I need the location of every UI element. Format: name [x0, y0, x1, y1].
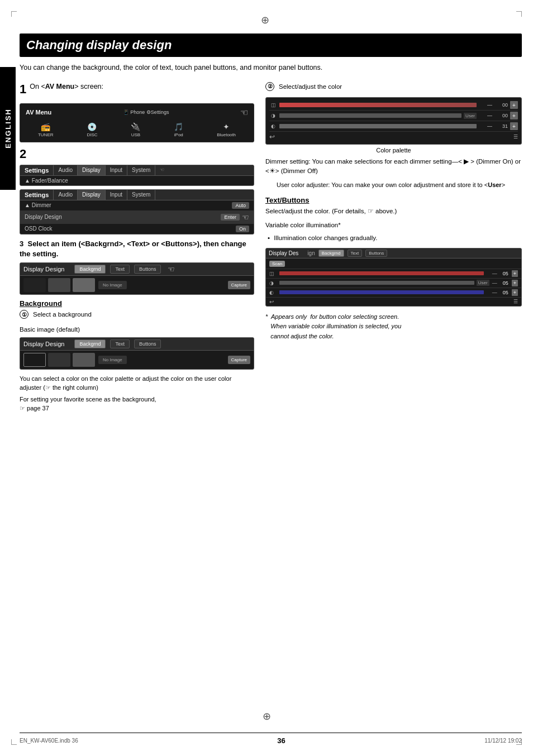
side-tab-text: ENGLISH [4, 108, 12, 149]
var-screen-header: Display Des ign Backgrnd Text Buttons [266, 248, 521, 259]
dd-tab-buttons-basic: Buttons [134, 339, 161, 348]
text-buttons-note: Select/adjust the color. (For details, ☞… [265, 207, 522, 216]
favorite-note: For setting your favorite scene as the b… [20, 395, 254, 413]
step1: 1 On <AV Menu> screen: [20, 82, 254, 100]
dd-body-step3: No Image Capture [20, 276, 254, 294]
var-plus1[interactable]: + [512, 270, 518, 277]
tab-display2: Display [78, 190, 106, 200]
corner-mark-tr [516, 11, 522, 17]
av-menu-phone: 📱 Phone ⚙Settings [123, 109, 169, 115]
corner-mark-bl [11, 739, 17, 745]
av-icon-ipod: 🎵 iPod [174, 122, 183, 137]
tab-input2: Input [106, 190, 127, 200]
dd-swatch-b2 [48, 353, 70, 367]
text-buttons-header: Text/Buttons [265, 196, 522, 204]
settings-tabs2: Settings Audio Display Input System [20, 190, 254, 200]
page-title: Changing display design [20, 34, 522, 57]
user-color-text: User color adjuster: You can make your o… [277, 181, 522, 189]
content-columns: 1 On <AV Menu> screen: AV Menu 📱 Phone ⚙… [20, 82, 522, 415]
tab-audio2: Audio [54, 190, 78, 200]
dd-screen-basic: Display Design Backgrnd Text Buttons No … [20, 337, 254, 370]
var-scan-row: Scan [266, 259, 521, 269]
dd-tab-text-step3: Text [110, 265, 130, 274]
right-step2-text: Select/adjust the color [279, 82, 342, 92]
basic-image-label: Basic image (default) [20, 325, 254, 334]
dd-capture: Capture [228, 281, 250, 289]
dd-header-step3: Display Design Backgrnd Text Buttons ☜ [20, 263, 254, 276]
dd-swatch-b1 [23, 353, 46, 367]
side-tab: ENGLISH [0, 67, 16, 190]
av-icon-tuner: 📻 TUNER [38, 122, 54, 137]
settings-screen1: Settings Audio Display Input System ☜ ▲ … [20, 165, 254, 186]
dd-tab-backgrnd-basic: Backgrnd [74, 339, 106, 348]
tab-audio1: Audio [54, 165, 78, 175]
touch-hand1: ☜ [158, 165, 166, 175]
palette-row3: ◐ — 31 + [269, 121, 518, 132]
av-icon-usb: 🔌 USB [131, 122, 140, 137]
palette-screen: ◫ — 00 + ◑ User — 00 + ◐ — [265, 97, 522, 145]
step3-text: 3 Select an item (<Backgrnd>, <Text> or … [20, 239, 254, 259]
dd-swatch-b3 [73, 353, 95, 367]
var-row3: ◐ — 05 + [266, 288, 521, 298]
palette-plus1[interactable]: + [510, 101, 518, 109]
av-menu-title: AV Menu [26, 109, 51, 116]
palette-bar1 [279, 103, 477, 107]
tab-system1: System [127, 165, 155, 175]
var-tab-backgrnd: Backgrnd [318, 250, 344, 257]
palette-plus2[interactable]: + [510, 112, 518, 119]
dd-tab-backgrnd-step3: Backgrnd [74, 265, 106, 274]
touch-hand3: ☜ [168, 265, 175, 274]
tab-display1: Display [78, 165, 106, 175]
var-bar-b [279, 290, 484, 294]
step2-number: 2 [20, 147, 254, 161]
color-palette-label: Color palette [265, 147, 522, 154]
right-step2: ② Select/adjust the color [265, 82, 522, 94]
palette-plus3[interactable]: + [510, 122, 518, 130]
dd-swatch1 [23, 278, 46, 292]
crosshair-top [261, 14, 272, 25]
var-color-label: Variable color illumination* [265, 221, 522, 230]
main-content: Changing display design You can change t… [20, 34, 522, 711]
right-column: ② Select/adjust the color ◫ — 00 + ◑ Use… [265, 82, 522, 415]
dimmer-row: ▲ Dimmer Auto [20, 200, 254, 211]
bg-step1: ① Select a background [20, 310, 254, 322]
osd-clock-row: OSD Clock On [20, 224, 254, 234]
corner-mark-tl [11, 11, 17, 17]
page-number: 36 [277, 736, 285, 745]
var-bar-g [279, 281, 474, 285]
date-info: 11/12/12 19:02 [484, 738, 522, 744]
settings-screen2: Settings Audio Display Input System ▲ Di… [20, 189, 254, 235]
av-menu-screen: AV Menu 📱 Phone ⚙Settings ☜ 📻 TUNER 💿 DI… [20, 103, 254, 142]
dd-no-image-basic: No Image [98, 356, 127, 364]
scan-badge: Scan [269, 261, 285, 267]
palette-row1: ◫ — 00 + [269, 100, 518, 111]
touch-indicator: ☜ [240, 107, 248, 118]
var-tab-text: Text [348, 250, 363, 257]
step1-text: On <AV Menu> screen: [30, 82, 103, 92]
var-plus2[interactable]: + [512, 280, 518, 286]
palette-bar3 [279, 124, 477, 128]
tab-input1: Input [106, 165, 127, 175]
dd-screen-step3: Display Design Backgrnd Text Buttons ☜ N… [20, 262, 254, 295]
var-plus3[interactable]: + [512, 289, 518, 296]
var-bar-r [279, 271, 484, 275]
dd-capture-basic: Capture [228, 356, 250, 364]
color-note: You can select a color on the color pale… [20, 374, 254, 393]
av-icon-bluetooth: ✦ Bluetooth [217, 122, 236, 137]
dd-swatch2 [48, 278, 70, 292]
var-back-row: ↩ ☰ [266, 298, 521, 306]
background-section-header: Background [20, 299, 254, 308]
dd-swatch3 [73, 278, 95, 292]
settings-tabs1: Settings Audio Display Input System ☜ [20, 165, 254, 176]
asterisk-note: * Appears only for button color selectin… [265, 312, 522, 342]
dimmer-text: Dimmer setting: You can make selections … [265, 157, 522, 176]
tab-system2: System [127, 190, 155, 200]
palette-row2: ◑ User — 00 + [269, 111, 518, 121]
dd-header-basic: Display Design Backgrnd Text Buttons [20, 338, 254, 351]
tab-settings-label: Settings [20, 165, 54, 175]
var-row1: ◫ — 05 + [266, 269, 521, 279]
fader-balance-row: ▲ Fader/Balance [20, 176, 254, 185]
dd-body-basic: No Image Capture [20, 351, 254, 369]
display-design-row: Display Design Enter ☜ [20, 211, 254, 224]
var-screen: Display Des ign Backgrnd Text Buttons Sc… [265, 248, 522, 307]
